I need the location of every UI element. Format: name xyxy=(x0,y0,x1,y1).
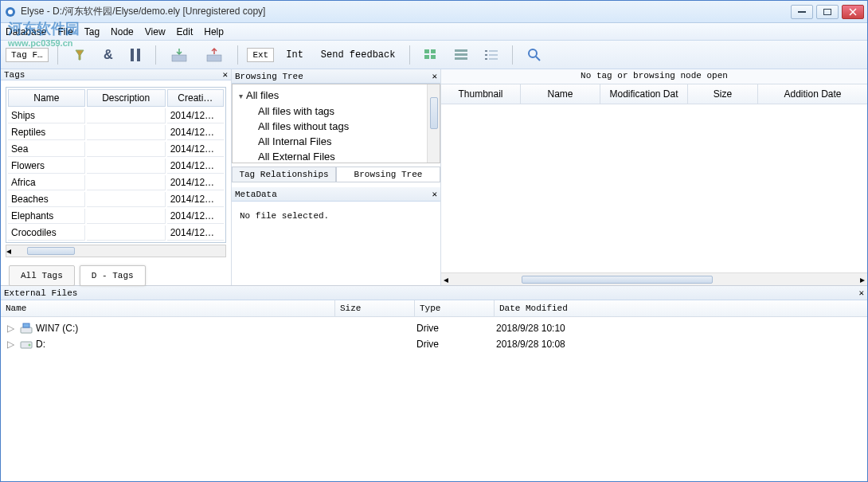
browsing-panel: Browsing Tree✕ All files All files with … xyxy=(232,69,441,285)
send-feedback-button[interactable]: Send feedback xyxy=(315,47,401,63)
details-view-icon[interactable] xyxy=(479,47,503,63)
search-icon[interactable] xyxy=(522,45,547,65)
tree-vscrollbar[interactable] xyxy=(427,84,440,163)
svg-rect-14 xyxy=(455,57,467,60)
tree-child[interactable]: All Internal Files xyxy=(239,134,436,149)
tags-panel-close-icon[interactable]: ✕ xyxy=(222,69,228,80)
menu-edit[interactable]: Edit xyxy=(177,26,194,37)
svg-rect-6 xyxy=(172,55,186,61)
menu-database[interactable]: Database xyxy=(6,26,46,37)
menu-file[interactable]: File xyxy=(57,26,72,37)
preview-body xyxy=(441,104,867,272)
tag-row[interactable]: Africa2014/12… xyxy=(8,175,224,190)
svg-point-1 xyxy=(8,10,13,14)
col-thumbnail[interactable]: Thumbnail xyxy=(441,84,521,104)
svg-rect-4 xyxy=(131,49,134,61)
menubar: Database File Tag Node View Edit Help xyxy=(1,23,867,41)
tag-row[interactable]: Beaches2014/12… xyxy=(8,192,224,207)
metadata-title: MetaData xyxy=(235,190,277,199)
external-rows: ▷WIN7 (C:)Drive2018/9/28 10:10▷D:Drive20… xyxy=(1,317,867,355)
external-row[interactable]: ▷D:Drive2018/9/28 10:08 xyxy=(1,336,867,352)
external-row[interactable]: ▷WIN7 (C:)Drive2018/9/28 10:10 xyxy=(1,320,867,336)
tree-child[interactable]: All files with tags xyxy=(239,104,436,119)
tag-row[interactable]: Reptiles2014/12… xyxy=(8,125,224,140)
svg-rect-22 xyxy=(21,327,32,333)
svg-rect-11 xyxy=(431,55,436,59)
tag-row[interactable]: Elephants2014/12… xyxy=(8,209,224,224)
svg-point-25 xyxy=(29,344,31,347)
tags-panel-title: Tags xyxy=(4,70,25,80)
tag-row[interactable]: Flowers2014/12… xyxy=(8,159,224,174)
tags-hscrollbar[interactable]: ◂ xyxy=(6,245,226,257)
svg-rect-2 xyxy=(798,11,806,13)
menu-view[interactable]: View xyxy=(145,26,166,37)
list-view-icon[interactable] xyxy=(449,47,473,63)
tag-row[interactable]: Sea2014/12… xyxy=(8,142,224,157)
pin-icon[interactable] xyxy=(67,45,92,65)
svg-rect-10 xyxy=(424,55,429,59)
preview-panel: No tag or browsing node open Thumbnail N… xyxy=(441,69,867,285)
tags-table[interactable]: Name Description Creati… Ships2014/12…Re… xyxy=(6,87,226,243)
tab-tag-relationships[interactable]: Tag Relationships xyxy=(232,167,336,182)
col-name[interactable]: Name xyxy=(8,89,85,107)
expand-icon[interactable]: ▷ xyxy=(7,323,17,334)
tag-row[interactable]: Crocodiles2014/12… xyxy=(8,225,224,241)
svg-rect-8 xyxy=(424,49,429,53)
svg-rect-16 xyxy=(485,54,487,56)
svg-rect-9 xyxy=(431,49,436,53)
tab-d-tags[interactable]: D - Tags xyxy=(80,265,146,286)
ext-col-name[interactable]: Name xyxy=(1,300,335,316)
svg-rect-13 xyxy=(455,53,467,56)
maximize-button[interactable] xyxy=(816,5,839,19)
svg-rect-12 xyxy=(455,49,467,52)
menu-tag[interactable]: Tag xyxy=(84,26,100,37)
int-button[interactable]: Int xyxy=(280,47,309,63)
col-adddate[interactable]: Addition Date xyxy=(758,84,867,104)
svg-rect-5 xyxy=(137,49,140,61)
toolbar: Tag F… & Ext Int Send feedback xyxy=(1,41,867,69)
main-area: Tags✕ Name Description Creati… Ships2014… xyxy=(1,69,867,285)
tree-root[interactable]: All files xyxy=(239,88,436,104)
external-files-panel: External Files✕ Name Size Type Date Modi… xyxy=(1,285,867,355)
col-created[interactable]: Creati… xyxy=(167,89,224,107)
svg-rect-3 xyxy=(824,9,831,14)
metadata-close-icon[interactable]: ✕ xyxy=(432,189,437,199)
tree-child[interactable]: All files without tags xyxy=(239,119,436,134)
tag-filter-button[interactable]: Tag F… xyxy=(6,48,49,62)
svg-point-21 xyxy=(529,49,537,57)
close-button[interactable] xyxy=(842,5,864,19)
tab-browsing-tree[interactable]: Browsing Tree xyxy=(336,167,440,182)
svg-rect-15 xyxy=(485,50,487,52)
pause-icon[interactable] xyxy=(124,46,147,64)
tag-row[interactable]: Ships2014/12… xyxy=(8,108,224,123)
col-name[interactable]: Name xyxy=(521,84,600,104)
out-tray-icon[interactable] xyxy=(200,45,229,65)
browsing-tree[interactable]: All files All files with tags All files … xyxy=(232,84,440,163)
tags-panel: Tags✕ Name Description Creati… Ships2014… xyxy=(1,69,232,285)
tree-child[interactable]: All External Files xyxy=(239,149,436,164)
ext-col-type[interactable]: Type xyxy=(415,300,495,316)
minimize-button[interactable] xyxy=(791,5,813,19)
col-size[interactable]: Size xyxy=(688,84,758,104)
ext-button[interactable]: Ext xyxy=(247,48,274,62)
svg-rect-23 xyxy=(23,323,29,327)
in-tray-icon[interactable] xyxy=(165,45,194,65)
preview-hscrollbar[interactable]: ◂▸ xyxy=(441,272,867,285)
app-icon xyxy=(4,6,17,18)
ext-col-date[interactable]: Date Modified xyxy=(495,300,867,316)
browsing-title: Browsing Tree xyxy=(235,72,303,81)
thumbnails-view-icon[interactable] xyxy=(419,47,443,63)
col-description[interactable]: Description xyxy=(87,89,166,107)
preview-status: No tag or browsing node open xyxy=(441,69,867,84)
metadata-message: No file selected. xyxy=(232,202,440,230)
col-moddate[interactable]: Modification Dat xyxy=(600,84,688,104)
ext-col-size[interactable]: Size xyxy=(335,300,415,316)
menu-node[interactable]: Node xyxy=(111,26,134,37)
ampersand-icon[interactable]: & xyxy=(99,45,119,65)
expand-icon[interactable]: ▷ xyxy=(7,339,17,350)
tab-all-tags[interactable]: All Tags xyxy=(9,265,75,286)
external-close-icon[interactable]: ✕ xyxy=(858,288,864,298)
menu-help[interactable]: Help xyxy=(204,26,224,37)
svg-rect-19 xyxy=(489,54,498,56)
browsing-close-icon[interactable]: ✕ xyxy=(432,71,437,81)
